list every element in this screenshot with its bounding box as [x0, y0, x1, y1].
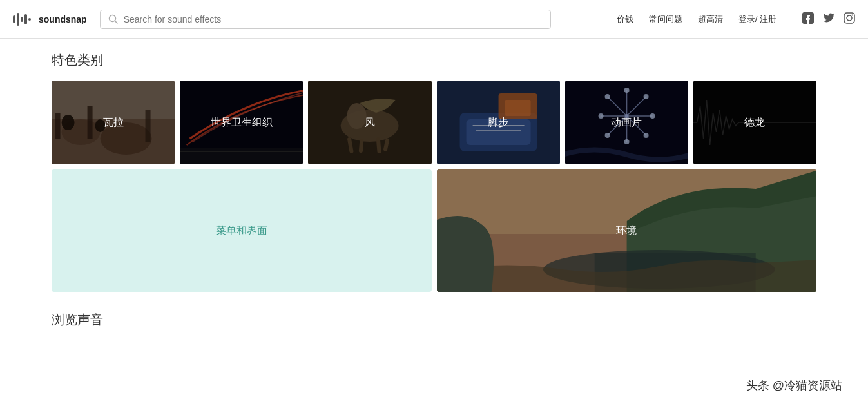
- card-label-environment: 环境: [616, 224, 637, 238]
- nav-hd[interactable]: 超高清: [698, 14, 723, 25]
- svg-rect-2: [21, 17, 23, 22]
- search-input[interactable]: [124, 14, 543, 24]
- card-label-who: 世界卫生组织: [211, 116, 273, 130]
- category-grid-top: 瓦拉 世界卫生组织: [52, 81, 816, 164]
- category-card-who[interactable]: 世界卫生组织: [180, 81, 303, 164]
- card-label-varas: 瓦拉: [103, 116, 124, 130]
- category-card-wind[interactable]: 风: [308, 81, 431, 164]
- category-card-delon[interactable]: 德龙: [693, 81, 816, 164]
- svg-rect-0: [13, 15, 15, 23]
- main-content: 特色类别 瓦拉: [0, 39, 868, 348]
- header: soundsnap 价钱 常问问题 超高清 登录/ 注册: [0, 0, 868, 39]
- featured-title: 特色类别: [52, 52, 816, 69]
- card-label-delon: 德龙: [744, 116, 765, 130]
- nav-pricing[interactable]: 价钱: [617, 14, 633, 25]
- category-card-footsteps[interactable]: 脚步: [437, 81, 560, 164]
- svg-rect-1: [17, 13, 19, 26]
- logo-area[interactable]: soundsnap: [13, 12, 87, 27]
- svg-rect-3: [24, 14, 27, 24]
- browse-section: 浏览声音: [52, 311, 816, 329]
- category-card-menu[interactable]: 菜单和界面: [52, 169, 432, 292]
- svg-line-6: [115, 21, 117, 23]
- social-icons: [802, 12, 855, 26]
- nav-login[interactable]: 登录/ 注册: [738, 14, 776, 25]
- svg-rect-7: [844, 13, 854, 23]
- facebook-icon[interactable]: [802, 12, 814, 26]
- search-bar[interactable]: [100, 10, 551, 29]
- browse-title: 浏览声音: [52, 311, 816, 329]
- card-label-cartoons: 动画片: [611, 116, 642, 130]
- card-label-wind: 风: [365, 116, 375, 130]
- category-card-varas[interactable]: 瓦拉: [52, 81, 175, 164]
- card-label-menu: 菜单和界面: [216, 224, 267, 238]
- category-grid-bottom: 菜单和界面: [52, 169, 816, 292]
- logo-text: soundsnap: [39, 14, 87, 24]
- category-card-cartoons[interactable]: 动画片: [565, 81, 688, 164]
- svg-point-9: [852, 14, 853, 15]
- search-icon: [108, 14, 119, 24]
- nav-links: 价钱 常问问题 超高清 登录/ 注册: [617, 12, 855, 26]
- logo-icon: [13, 12, 34, 27]
- category-card-environment[interactable]: 环境: [437, 169, 817, 292]
- nav-faq[interactable]: 常问问题: [649, 14, 682, 25]
- twitter-icon[interactable]: [823, 12, 834, 26]
- svg-rect-4: [28, 18, 31, 21]
- svg-point-8: [847, 15, 852, 21]
- card-label-footsteps: 脚步: [488, 116, 508, 130]
- instagram-icon[interactable]: [844, 12, 855, 26]
